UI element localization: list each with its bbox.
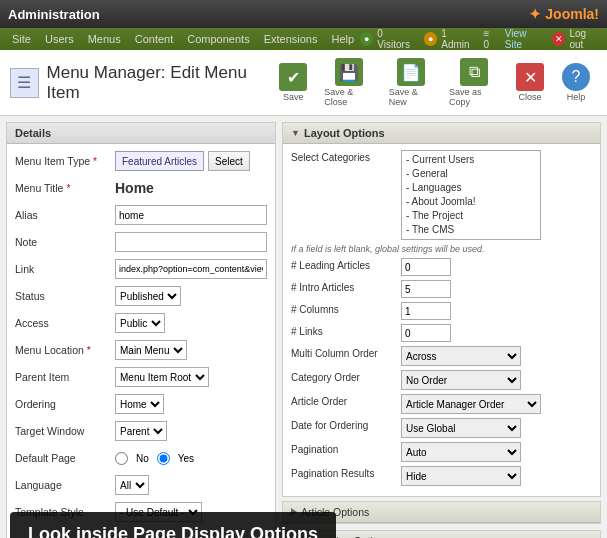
alias-value <box>115 205 267 225</box>
nav-components[interactable]: Components <box>181 31 255 47</box>
link-input[interactable] <box>115 259 267 279</box>
multi-col-order-row: Multi Column Order Across <box>291 346 592 366</box>
admin-icon: ● <box>424 32 437 46</box>
select-categories-value: - Current Users - General - Languages - … <box>401 150 592 240</box>
multi-col-order-value: Across <box>401 346 592 366</box>
close-button[interactable]: ✕ Close <box>509 61 551 104</box>
close-icon: ✕ <box>516 63 544 91</box>
messages-count[interactable]: ≡ 0 <box>483 28 496 50</box>
link-label: Link <box>15 263 115 275</box>
note-input[interactable] <box>115 232 267 252</box>
pagination-row: Pagination Auto <box>291 442 592 462</box>
category-order-select[interactable]: No Order <box>401 370 521 390</box>
access-row: Access Public <box>15 312 267 334</box>
date-ordering-select[interactable]: Use Global <box>401 418 521 438</box>
help-button[interactable]: ? Help <box>555 61 597 104</box>
intro-articles-value <box>401 280 592 298</box>
main-content: Details Menu Item Type * Featured Articl… <box>0 116 607 538</box>
list-item: - General <box>406 167 536 181</box>
parent-item-row: Parent Item Menu Item Root <box>15 366 267 388</box>
target-window-select[interactable]: Parent <box>115 421 167 441</box>
ordering-value: Home <box>115 394 267 414</box>
parent-item-select[interactable]: Menu Item Root <box>115 367 209 387</box>
menu-title-display: Home <box>115 180 154 196</box>
status-select[interactable]: Published <box>115 286 181 306</box>
menu-title-label: Menu Title * <box>15 182 115 194</box>
date-ordering-row: Date for Ordering Use Global <box>291 418 592 438</box>
layout-options-header: ▼ Layout Options <box>283 123 600 144</box>
language-select[interactable]: All <box>115 475 149 495</box>
menu-location-row: Menu Location * Main Menu <box>15 339 267 361</box>
leading-articles-row: # Leading Articles <box>291 258 592 276</box>
columns-row: # Columns <box>291 302 592 320</box>
page-icon: ☰ <box>10 68 39 98</box>
intro-articles-input[interactable] <box>401 280 451 298</box>
leading-articles-input[interactable] <box>401 258 451 276</box>
global-note: If a field is left blank, global setting… <box>291 244 592 254</box>
view-site-link[interactable]: View Site <box>505 28 544 50</box>
left-panel: Details Menu Item Type * Featured Articl… <box>6 122 276 538</box>
ordering-label: Ordering <box>15 398 115 410</box>
status-label: Status <box>15 290 115 302</box>
save-new-icon: 📄 <box>397 58 425 86</box>
access-value: Public <box>115 313 267 333</box>
list-item: - Languages <box>406 181 536 195</box>
visitors-count: ● 0 Visitors <box>360 28 416 50</box>
links-input[interactable] <box>401 324 451 342</box>
logout-link[interactable]: ✕ Log out <box>552 28 601 50</box>
default-page-yes-radio[interactable] <box>157 452 170 465</box>
select-categories-label: Select Categories <box>291 150 401 163</box>
pagination-select[interactable]: Auto <box>401 442 521 462</box>
multi-col-order-select[interactable]: Across <box>401 346 521 366</box>
layout-options-body: Select Categories - Current Users - Gene… <box>283 144 600 496</box>
layout-collapse-icon[interactable]: ▼ <box>291 128 300 138</box>
default-page-label: Default Page <box>15 452 115 464</box>
help-icon: ? <box>562 63 590 91</box>
title-bar: Administration ✦ Joomla! <box>0 0 607 28</box>
menu-title-row: Menu Title * Home <box>15 177 267 199</box>
pagination-results-select[interactable]: Hide <box>401 466 521 486</box>
leading-articles-value <box>401 258 592 276</box>
columns-input[interactable] <box>401 302 451 320</box>
nav-extensions[interactable]: Extensions <box>258 31 324 47</box>
ordering-select[interactable]: Home <box>115 394 164 414</box>
language-row: Language All <box>15 474 267 496</box>
access-select[interactable]: Public <box>115 313 165 333</box>
category-list[interactable]: - Current Users - General - Languages - … <box>401 150 541 240</box>
save-new-button[interactable]: 📄 Save & New <box>383 56 439 109</box>
status-row: Status Published <box>15 285 267 307</box>
default-page-no-radio[interactable] <box>115 452 128 465</box>
save-copy-icon: ⧉ <box>460 58 488 86</box>
target-window-label: Target Window <box>15 425 115 437</box>
save-close-button[interactable]: 💾 Save & Close <box>318 56 379 109</box>
nav-users[interactable]: Users <box>39 31 80 47</box>
article-order-label: Article Order <box>291 394 401 407</box>
save-copy-button[interactable]: ⧉ Save as Copy <box>443 56 505 109</box>
list-item: - Current Users <box>406 153 536 167</box>
alias-input[interactable] <box>115 205 267 225</box>
link-row: Link <box>15 258 267 280</box>
article-order-select[interactable]: Article Manager Order <box>401 394 541 414</box>
alias-label: Alias <box>15 209 115 221</box>
nav-site[interactable]: Site <box>6 31 37 47</box>
details-header: Details <box>7 123 275 144</box>
nav-help[interactable]: Help <box>325 31 360 47</box>
menu-type-display: Featured Articles <box>115 151 204 171</box>
select-type-button[interactable]: Select <box>208 151 250 171</box>
link-value <box>115 259 267 279</box>
intro-articles-label: # Intro Articles <box>291 280 401 293</box>
pagination-label: Pagination <box>291 442 401 455</box>
menu-item-type-value: Featured Articles Select <box>115 151 267 171</box>
alias-row: Alias <box>15 204 267 226</box>
language-label: Language <box>15 479 115 491</box>
category-order-row: Category Order No Order <box>291 370 592 390</box>
layout-options-panel: ▼ Layout Options Select Categories - Cur… <box>282 122 601 497</box>
menu-location-select[interactable]: Main Menu <box>115 340 187 360</box>
nav-menus[interactable]: Menus <box>82 31 127 47</box>
article-order-value: Article Manager Order <box>401 394 592 414</box>
target-window-value: Parent <box>115 421 267 441</box>
save-button[interactable]: ✔ Save <box>272 61 314 104</box>
nav-content[interactable]: Content <box>129 31 180 47</box>
nav-right: ● 0 Visitors ● 1 Admin ≡ 0 View Site ✕ L… <box>360 28 601 50</box>
access-label: Access <box>15 317 115 329</box>
